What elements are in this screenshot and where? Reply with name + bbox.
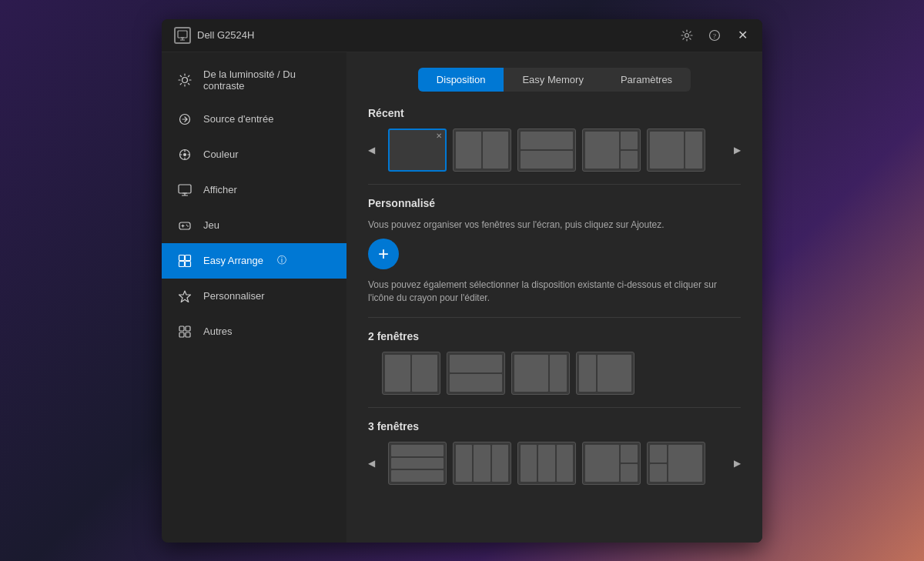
sidebar-label-input: Source d'entrée [203, 113, 273, 125]
recent-title: Récent [368, 107, 741, 119]
sidebar-label-luminosity: De la luminosité / Du contraste [203, 68, 331, 92]
svg-point-26 [186, 224, 188, 225]
sidebar-item-arrange[interactable]: Easy Arrange ⓘ [162, 243, 346, 279]
sidebar-item-personnaliser[interactable]: Personnaliser [162, 279, 346, 314]
svg-point-27 [187, 225, 189, 227]
svg-line-13 [188, 83, 189, 84]
divider-1 [368, 184, 741, 185]
svg-rect-31 [186, 261, 191, 266]
monitor-icon [174, 27, 191, 44]
tab-parametres[interactable]: Paramètres [602, 68, 691, 92]
main-content: Disposition Easy Memory Paramètres Récen… [346, 52, 762, 543]
info-icon: ⓘ [277, 254, 286, 267]
recent-layout-row: ◀ ✕ [368, 129, 741, 172]
svg-rect-28 [179, 255, 185, 260]
sidebar: De la luminosité / Du contraste Source d… [162, 52, 346, 543]
help-button[interactable]: ? [707, 28, 722, 43]
svg-point-4 [685, 33, 689, 37]
tab-disposition[interactable]: Disposition [418, 68, 504, 92]
sidebar-item-autres[interactable]: Autres [162, 314, 346, 349]
window-title: Dell G2524H [197, 29, 254, 41]
plus-icon: + [378, 245, 389, 263]
three-windows-title: 3 fenêtres [368, 420, 741, 432]
sidebar-item-display[interactable]: Afficher [162, 172, 346, 208]
sidebar-item-color[interactable]: Couleur [162, 137, 346, 172]
game-icon [177, 218, 192, 233]
layout-thumb-2row[interactable] [517, 129, 576, 172]
sidebar-item-game[interactable]: Jeu [162, 208, 346, 243]
layout-thumb-single[interactable]: ✕ [388, 129, 447, 172]
display-icon [177, 182, 192, 198]
sidebar-label-arrange: Easy Arrange [203, 255, 263, 266]
tabs: Disposition Easy Memory Paramètres [418, 68, 691, 92]
svg-line-15 [180, 83, 181, 84]
recent-prev-button[interactable]: ◀ [368, 143, 382, 157]
layout-2w-2[interactable] [447, 352, 505, 395]
two-windows-row [368, 352, 741, 395]
three-prev-button[interactable]: ◀ [368, 456, 382, 470]
sidebar-label-color: Couleur [203, 149, 239, 160]
layout-2w-1[interactable] [382, 352, 440, 395]
layout-3w-3[interactable] [517, 442, 576, 485]
layout-thumb-bl2r[interactable] [582, 129, 641, 172]
svg-text:?: ? [713, 32, 716, 40]
layout-3w-2[interactable] [453, 442, 511, 485]
sidebar-label-display: Afficher [203, 184, 237, 195]
personalise-title: Personnalisé [368, 197, 741, 209]
tabs-container: Disposition Easy Memory Paramètres [368, 68, 741, 92]
svg-rect-19 [179, 185, 191, 193]
layout-3w-5[interactable] [647, 442, 705, 485]
brightness-icon [177, 72, 192, 88]
three-windows-row: ◀ [368, 442, 741, 485]
svg-point-18 [183, 153, 186, 156]
add-layout-button[interactable]: + [368, 239, 399, 269]
personalise-desc2: Vous pouvez également sélectionner la di… [368, 279, 741, 305]
svg-line-14 [188, 75, 189, 76]
svg-marker-32 [179, 291, 191, 302]
svg-rect-36 [186, 332, 190, 337]
close-button[interactable]: ✕ [735, 28, 750, 43]
svg-rect-30 [179, 261, 185, 266]
sidebar-label-personnaliser: Personnaliser [203, 290, 265, 302]
sidebar-item-input[interactable]: Source d'entrée [162, 102, 346, 137]
three-next-button[interactable]: ▶ [727, 456, 741, 470]
svg-point-7 [182, 77, 188, 82]
layout-2w-4[interactable] [576, 352, 634, 395]
color-icon [177, 147, 192, 162]
recent-next-button[interactable]: ▶ [727, 143, 741, 157]
layout-thumb-2col[interactable] [453, 129, 511, 172]
arrange-icon [177, 253, 192, 269]
svg-line-12 [180, 75, 181, 76]
svg-rect-29 [186, 255, 191, 260]
layout-thumb-2col-wl[interactable] [647, 129, 705, 172]
settings-button[interactable] [679, 28, 695, 43]
titlebar-controls: ? ✕ [679, 28, 750, 43]
app-window: Dell G2524H ? ✕ [162, 19, 762, 543]
divider-3 [368, 407, 741, 408]
tab-easy-memory[interactable]: Easy Memory [504, 68, 601, 92]
divider-2 [368, 317, 741, 318]
svg-rect-0 [178, 31, 187, 38]
svg-rect-34 [186, 326, 190, 331]
two-windows-layouts [382, 352, 741, 395]
layout-2w-3[interactable] [511, 352, 570, 395]
svg-rect-23 [179, 222, 190, 229]
sidebar-label-autres: Autres [203, 326, 233, 337]
x-mark: ✕ [436, 132, 442, 140]
two-windows-title: 2 fenêtres [368, 330, 741, 342]
svg-rect-33 [179, 326, 184, 331]
recent-layouts: ✕ [388, 129, 721, 172]
grid-icon [177, 324, 192, 339]
three-windows-layouts [388, 442, 721, 485]
sidebar-item-luminosity[interactable]: De la luminosité / Du contraste [162, 58, 346, 102]
layout-3w-4[interactable] [582, 442, 641, 485]
titlebar: Dell G2524H ? ✕ [162, 19, 762, 52]
svg-rect-35 [179, 332, 184, 337]
layout-3w-1[interactable] [388, 442, 447, 485]
sidebar-label-game: Jeu [203, 219, 219, 231]
body: De la luminosité / Du contraste Source d… [162, 52, 762, 543]
personalise-desc1: Vous pouvez organiser vos fenêtres sur l… [368, 219, 741, 232]
star-icon [177, 289, 192, 304]
titlebar-left: Dell G2524H [174, 27, 254, 44]
input-icon [177, 112, 192, 127]
